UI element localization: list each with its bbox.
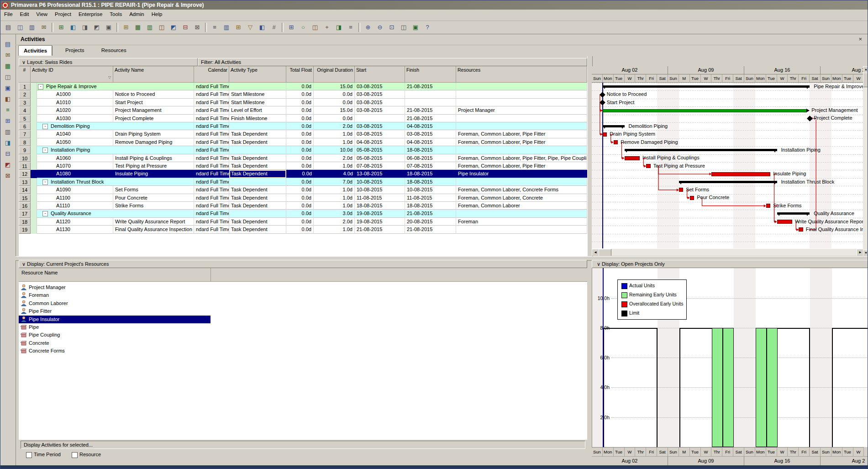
filter-bar[interactable]: Filter: All Activities — [198, 58, 587, 66]
menu-project[interactable]: Project — [51, 10, 75, 19]
resource-row[interactable]: Pipe — [19, 323, 210, 331]
tab-activities[interactable]: Activities — [19, 46, 52, 56]
task-bar[interactable] — [603, 132, 607, 137]
table-row[interactable]: 9-Installation Pipingndard Full Time0.0d… — [19, 146, 587, 154]
collapse-box[interactable]: - — [42, 211, 48, 216]
resource-row[interactable]: Concrete Forms — [19, 347, 210, 355]
summary-bar[interactable] — [603, 85, 810, 88]
page-setup-icon[interactable]: ▥ — [26, 22, 37, 33]
column-header-original-duration[interactable]: Original Duration — [314, 66, 355, 83]
resource-row[interactable]: Foreman — [19, 291, 210, 299]
task-bar[interactable] — [766, 204, 771, 208]
column-header-resources[interactable]: Resources — [456, 66, 587, 83]
scroll-down-icon[interactable]: ▼ — [863, 250, 868, 257]
line-numbers-icon[interactable]: # — [268, 22, 279, 33]
table-row[interactable]: 6-Demolition Pipingndard Full Time0.0d2.… — [19, 122, 587, 130]
checkbox-time-period[interactable] — [26, 452, 32, 458]
columns-icon[interactable]: ▥ — [221, 22, 232, 33]
sort-icon[interactable]: ▽ — [108, 75, 111, 79]
resource-row[interactable]: Concrete — [19, 339, 210, 347]
nav-reports-icon[interactable]: ▦ — [3, 61, 13, 71]
table-row[interactable]: 1-Pipe Repair & Improvendard Full Time0.… — [19, 83, 587, 90]
task-bar[interactable] — [777, 220, 792, 224]
task-bar[interactable] — [799, 227, 803, 232]
checkbox-resource[interactable] — [72, 452, 78, 458]
table-row[interactable]: 12A1080Insulate Pipingndard Full TimeTas… — [19, 170, 587, 178]
scroll-thumb[interactable] — [599, 249, 611, 256]
collapse-box[interactable]: - — [42, 148, 48, 153]
gantt-hscrollbar[interactable]: ◄► — [592, 249, 863, 256]
menu-enterprise[interactable]: Enterprise — [75, 10, 106, 19]
nav-wps-icon[interactable]: ⊞ — [3, 116, 13, 126]
split-icon[interactable]: ◫ — [398, 22, 409, 33]
table-row[interactable]: 17-Quality Assurancendard Full Time0.0d3… — [19, 210, 587, 217]
resource-row[interactable]: Pipe Fitter — [19, 307, 210, 315]
zoom-out-icon[interactable]: ⊖ — [374, 22, 385, 33]
menu-edit[interactable]: Edit — [16, 10, 33, 19]
table-row[interactable]: 18A1120Write Quality Assurance Reportnda… — [19, 218, 587, 226]
collapse-box[interactable]: - — [38, 84, 43, 90]
copy-icon[interactable]: ◩ — [91, 22, 102, 33]
resource-row[interactable]: Pipe Insulator — [19, 316, 210, 323]
tab-projects[interactable]: Projects — [61, 46, 89, 55]
menu-admin[interactable]: Admin — [126, 10, 148, 19]
table-row[interactable]: 15A1100Pour Concretendard Full TimeTask … — [19, 194, 587, 202]
reports-icon[interactable]: ◫ — [156, 22, 167, 33]
column-header-finish[interactable]: Finish — [405, 66, 456, 83]
column-header--[interactable]: # — [19, 66, 31, 83]
resources-icon[interactable]: ▥ — [144, 22, 155, 33]
nav-wbs-icon[interactable]: ▣ — [3, 83, 13, 93]
close-icon[interactable]: × — [858, 36, 862, 42]
level-icon[interactable]: ⊠ — [192, 22, 203, 33]
add-activity-icon[interactable]: ⊞ — [121, 22, 132, 33]
tab-resources[interactable]: Resources — [97, 46, 131, 55]
gantt-vscrollbar[interactable]: ▲▼ — [863, 66, 868, 256]
loe-bar[interactable] — [603, 109, 807, 112]
nav-assignments-icon[interactable]: ≡ — [3, 105, 13, 115]
table-row[interactable]: 13-Installation Thrust Blockndard Full T… — [19, 178, 587, 186]
table-view-icon[interactable]: ⊞ — [56, 22, 67, 33]
resource-row[interactable]: Pipe Coupling — [19, 331, 210, 339]
table-row[interactable]: 10A1060Install Piping & Couplingsndard F… — [19, 154, 587, 162]
nav-expenses-icon[interactable]: ▥ — [3, 126, 13, 137]
table-row[interactable]: 3A1010Start Projectndard Full TimeStart … — [19, 99, 587, 106]
scroll-left-icon[interactable]: ◄ — [592, 249, 599, 256]
bars-icon[interactable]: ≡ — [209, 22, 220, 33]
resources-display-bar[interactable]: ∨ Display: Current Project's Resources — [19, 260, 587, 268]
nav-admin-icon[interactable]: ⊠ — [3, 170, 13, 180]
resource-row[interactable]: Project Manager — [19, 284, 210, 291]
projects-icon[interactable]: ▦ — [132, 22, 143, 33]
menu-help[interactable]: Help — [148, 10, 166, 19]
paste-icon[interactable]: ▣ — [103, 22, 114, 33]
table-row[interactable]: 2A1000Notice to Proceedndard Full TimeSt… — [19, 90, 587, 98]
task-bar[interactable] — [679, 188, 684, 192]
details-icon[interactable]: ⊞ — [286, 22, 297, 33]
nav-risks-icon[interactable]: ◩ — [3, 159, 13, 169]
email-icon[interactable]: ✉ — [38, 22, 49, 33]
table-row[interactable]: 5A1030Project Completendard Full TimeFin… — [19, 115, 587, 122]
column-header-activity-id[interactable]: Activity ID — [31, 66, 113, 83]
cut-icon[interactable]: ◨ — [79, 22, 90, 33]
zoom-in-icon[interactable]: ⊕ — [363, 22, 374, 33]
relationships-icon[interactable]: + — [321, 22, 332, 33]
task-bar[interactable] — [711, 172, 770, 176]
scroll-up-icon[interactable]: ▲ — [863, 66, 868, 73]
column-header-activity-name[interactable]: Activity Name — [113, 66, 194, 83]
tracking-icon[interactable]: ◩ — [168, 22, 179, 33]
layout-options-bar[interactable]: ∨ Layout: Swiss Rides — [19, 58, 198, 66]
menu-view[interactable]: View — [32, 10, 51, 19]
summary-bar[interactable] — [777, 212, 810, 215]
clock-icon[interactable]: ○ — [298, 22, 309, 33]
column-header-activity-type[interactable]: Activity Type — [229, 66, 286, 83]
help-icon[interactable]: ? — [422, 22, 433, 33]
help-bubble-icon[interactable]: ▣ — [410, 22, 421, 33]
timescale-icon[interactable]: ⊞ — [233, 22, 244, 33]
table-row[interactable]: 16A1110Strike Formsndard Full TimeTask D… — [19, 202, 587, 210]
nav-resources-icon[interactable]: ✉ — [3, 50, 13, 60]
scroll-thumb[interactable] — [863, 73, 868, 87]
resource-column-header[interactable]: Resource Name — [19, 268, 587, 282]
table-row[interactable]: 7A1040Drain Piping Systemndard Full Time… — [19, 130, 587, 138]
summary-bar[interactable] — [679, 181, 777, 183]
usage-display-bar[interactable]: ∨ Display: Open Projects Only — [592, 260, 868, 268]
column-header-calendar[interactable]: Calendar — [194, 66, 229, 83]
